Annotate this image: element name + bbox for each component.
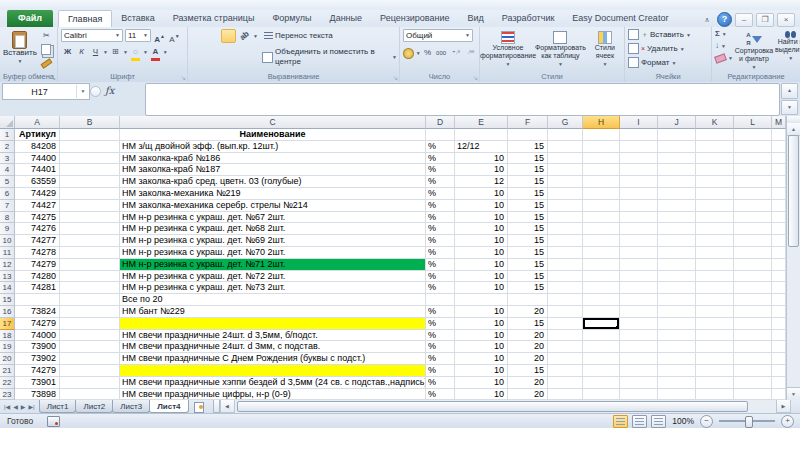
scroll-right-icon[interactable]: ▶ [776, 400, 791, 413]
row-header-3[interactable]: 3 [0, 153, 15, 165]
cell-D18[interactable]: % [426, 330, 455, 342]
column-header-J[interactable]: J [658, 116, 696, 129]
dialog-launcher-icon[interactable]: ↘ [393, 75, 398, 81]
align-middle-button[interactable] [206, 30, 219, 42]
cell-D10[interactable]: % [426, 235, 455, 247]
vertical-scroll-thumb[interactable] [788, 135, 799, 247]
align-center-button[interactable] [205, 51, 217, 63]
cell-A15[interactable] [15, 294, 60, 306]
fill-color-button[interactable]: ◌ [129, 46, 142, 58]
row-header-22[interactable]: 22 [0, 377, 15, 389]
cell-I10[interactable] [620, 235, 658, 247]
column-header-F[interactable]: F [508, 116, 548, 129]
cell-K17[interactable] [696, 318, 734, 330]
cell-C3[interactable]: НМ заколка-краб №186 [120, 153, 426, 165]
cell-H6[interactable] [583, 188, 620, 200]
cell-K14[interactable] [696, 282, 734, 294]
bold-button[interactable]: Ж [61, 46, 74, 58]
increase-indent-button[interactable] [246, 51, 258, 63]
cell-D19[interactable]: % [426, 341, 455, 353]
cell-J10[interactable] [658, 235, 696, 247]
column-header-G[interactable]: G [548, 116, 583, 129]
cell-C11[interactable]: НМ н-р резинка с украш. дет. №70 2шт. [120, 247, 426, 259]
cell-E7[interactable]: 10 [455, 200, 508, 212]
cell-H2[interactable] [583, 141, 620, 153]
cell-M19[interactable] [772, 341, 786, 353]
cell-A18[interactable]: 74000 [15, 330, 60, 342]
cell-D20[interactable]: % [426, 353, 455, 365]
cell-G10[interactable] [548, 235, 583, 247]
cell-C9[interactable]: НМ н-р резинка с украш. дет. №68 2шт. [120, 223, 426, 235]
row-header-21[interactable]: 21 [0, 365, 15, 377]
cell-B18[interactable] [60, 330, 120, 342]
format-cells-button[interactable]: Формат▼ [628, 57, 709, 68]
cell-F2[interactable]: 15 [508, 141, 548, 153]
format-painter-button[interactable] [40, 58, 53, 70]
cell-B20[interactable] [60, 353, 120, 365]
cell-A16[interactable]: 73824 [15, 306, 60, 318]
cell-H13[interactable] [583, 271, 620, 283]
row-header-20[interactable]: 20 [0, 353, 15, 365]
cell-D15[interactable] [426, 294, 455, 306]
column-header-L[interactable]: L [734, 116, 772, 129]
cell-A22[interactable]: 73901 [15, 377, 60, 389]
find-select-button[interactable]: Найти и выделить ▼ [775, 29, 800, 71]
cell-D17[interactable]: % [426, 318, 455, 330]
cell-I19[interactable] [620, 341, 658, 353]
cell-H3[interactable] [583, 153, 620, 165]
cell-E9[interactable]: 10 [455, 223, 508, 235]
cell-I7[interactable] [620, 200, 658, 212]
cell-L19[interactable] [734, 341, 772, 353]
cell-E1[interactable] [455, 129, 508, 141]
cell-H21[interactable] [583, 365, 620, 377]
cell-J19[interactable] [658, 341, 696, 353]
cell-A23[interactable]: 73898 [15, 389, 60, 400]
cell-M22[interactable] [772, 377, 786, 389]
sheet-tab-лист2[interactable]: Лист2 [75, 400, 113, 413]
cell-B4[interactable] [60, 164, 120, 176]
cell-M2[interactable] [772, 141, 786, 153]
copy-button[interactable] [40, 44, 53, 56]
cell-B17[interactable] [60, 318, 120, 330]
row-header-2[interactable]: 2 [0, 141, 15, 153]
cell-L15[interactable] [734, 294, 772, 306]
cell-K20[interactable] [696, 353, 734, 365]
cell-E22[interactable]: 10 [455, 377, 508, 389]
cell-I21[interactable] [620, 365, 658, 377]
cell-E14[interactable]: 10 [455, 282, 508, 294]
cell-B23[interactable] [60, 389, 120, 400]
cell-F22[interactable]: 20 [508, 377, 548, 389]
cell-K11[interactable] [696, 247, 734, 259]
clear-button[interactable]: ▼ [715, 53, 733, 63]
sheet-tab-лист4[interactable]: Лист4 [149, 400, 188, 413]
cell-D4[interactable]: % [426, 164, 455, 176]
decrease-indent-button[interactable] [232, 51, 244, 63]
borders-button[interactable]: ⊞ [109, 46, 122, 58]
column-header-H[interactable]: H [583, 116, 620, 129]
cut-button[interactable]: ✂ [40, 30, 53, 42]
cell-A8[interactable]: 74275 [15, 212, 60, 224]
cell-C8[interactable]: НМ н-р резинка с украш. дет. №67 2шт. [120, 212, 426, 224]
cell-A21[interactable]: 74279 [15, 365, 60, 377]
cell-C12[interactable]: НМ н-р резинка с украш. дет. №71 2шт. [120, 259, 426, 271]
cell-F19[interactable]: 20 [508, 341, 548, 353]
close-window-button[interactable]: × [777, 13, 795, 27]
cell-L3[interactable] [734, 153, 772, 165]
cell-D2[interactable]: % [426, 141, 455, 153]
cell-J8[interactable] [658, 212, 696, 224]
cell-G23[interactable] [548, 389, 583, 400]
cell-B2[interactable] [60, 141, 120, 153]
cell-M7[interactable] [772, 200, 786, 212]
cell-I23[interactable] [620, 389, 658, 400]
cell-L21[interactable] [734, 365, 772, 377]
tab-формулы[interactable]: Формулы [263, 10, 320, 27]
cell-A3[interactable]: 74400 [15, 153, 60, 165]
cell-I9[interactable] [620, 223, 658, 235]
cell-J22[interactable] [658, 377, 696, 389]
cell-J6[interactable] [658, 188, 696, 200]
cell-C5[interactable]: НМ заколка-краб сред. цветн. 03 (голубые… [120, 176, 426, 188]
column-header-I[interactable]: I [620, 116, 658, 129]
cell-L12[interactable] [734, 259, 772, 271]
tab-вид[interactable]: Вид [459, 10, 493, 27]
cell-G17[interactable] [548, 318, 583, 330]
